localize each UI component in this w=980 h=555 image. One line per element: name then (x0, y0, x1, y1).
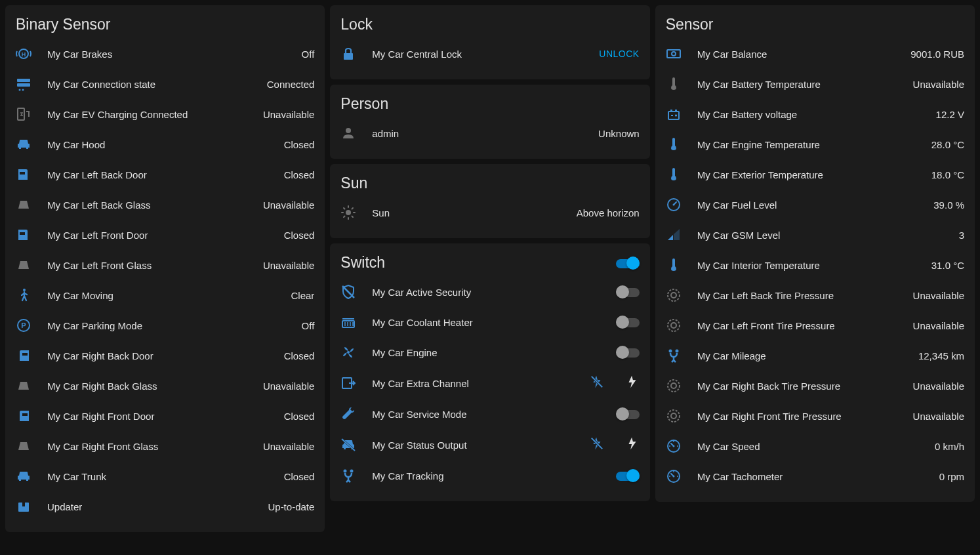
entity-row[interactable]: My Car Status Output (330, 429, 649, 461)
unlock-button[interactable]: UNLOCK (599, 49, 639, 59)
speed-icon (666, 468, 682, 484)
gauge-icon (666, 197, 682, 213)
entity-value: Connected (267, 79, 315, 90)
entity-row[interactable]: My Car Engine Temperature28.0 °C (655, 129, 975, 159)
flash-off-icon[interactable] (590, 436, 604, 453)
entity-row[interactable]: My Car Right Front GlassUnavailable (5, 431, 325, 461)
entity-row[interactable]: My Car Tachometer0 rpm (655, 461, 975, 491)
entity-row[interactable]: My Car Extra Channel (330, 367, 649, 399)
toggle-switch[interactable] (616, 285, 640, 298)
car-icon (16, 136, 31, 152)
entity-row[interactable]: My Car HoodClosed (5, 129, 325, 159)
entity-row[interactable]: My Car Parking ModeOff (5, 310, 325, 340)
entity-label: My Car Left Front Door (47, 230, 284, 241)
entity-value: 18.0 °C (931, 169, 964, 180)
sun-card: Sun SunAbove horizon (330, 164, 649, 238)
entity-row[interactable]: My Car Left Front Tire PressureUnavailab… (655, 310, 975, 340)
entity-value: 9001.0 RUB (910, 49, 964, 60)
entity-row[interactable]: My Car Battery TemperatureUnavailable (655, 69, 975, 99)
thermometer-icon (666, 167, 682, 182)
entity-value: Unavailable (263, 380, 314, 392)
entity-label: My Car Battery voltage (697, 109, 936, 120)
entity-label: My Car Left Front Tire Pressure (697, 320, 913, 331)
sun-title: Sun (330, 175, 649, 197)
entity-row[interactable]: My Car Right Front Tire PressureUnavaila… (655, 401, 975, 431)
entity-label: Sun (372, 207, 576, 218)
entity-row[interactable]: My Car MovingClear (5, 280, 325, 310)
entity-row[interactable]: My Car Engine (330, 337, 649, 367)
entity-row[interactable]: My Car TrunkClosed (5, 461, 325, 491)
entity-value: Off (302, 320, 315, 331)
entity-label: My Car Parking Mode (47, 320, 302, 331)
switch-master-toggle[interactable] (616, 257, 640, 270)
flash-icon[interactable] (625, 375, 640, 392)
entity-row[interactable]: My Car GSM Level3 (655, 220, 975, 250)
toggle-switch[interactable] (616, 346, 640, 359)
glass-icon (16, 197, 31, 213)
entity-value: Clear (291, 290, 314, 301)
entity-row[interactable]: My Car Balance9001.0 RUB (655, 39, 975, 69)
sensor-card: Sensor My Car Balance9001.0 RUBMy Car Ba… (655, 5, 975, 502)
entity-row[interactable]: My Car Fuel Level39.0 % (655, 190, 975, 220)
entity-label: My Car Interior Temperature (697, 260, 931, 271)
entity-row[interactable]: My Car Active Security (330, 277, 649, 307)
column-middle: Lock My Car Central LockUNLOCK Person ad… (330, 5, 649, 532)
entity-row[interactable]: My Car Connection stateConnected (5, 69, 325, 99)
car-off-icon (340, 437, 356, 453)
entity-label: My Car Left Back Tire Pressure (697, 290, 913, 301)
entity-label: My Car Extra Channel (372, 378, 589, 389)
entity-row[interactable]: My Car Coolant Heater (330, 307, 649, 337)
entity-label: My Car Tracking (372, 470, 615, 482)
entity-row[interactable]: SunAbove horizon (330, 197, 649, 228)
entity-value: 0 rpm (939, 471, 964, 482)
entity-row[interactable]: My Car Mileage12,345 km (655, 340, 975, 371)
toggle-switch[interactable] (616, 407, 640, 421)
entity-row[interactable]: My Car Left Back Tire PressureUnavailabl… (655, 280, 975, 310)
entity-value: 28.0 °C (931, 139, 964, 150)
entity-row[interactable]: My Car Tracking (330, 461, 649, 491)
toggle-switch[interactable] (616, 316, 640, 329)
entity-label: My Car Central Lock (372, 49, 599, 60)
entity-row[interactable]: My Car Service Mode (330, 399, 649, 429)
entity-row[interactable]: My Car Battery voltage12.2 V (655, 99, 975, 129)
entity-value: Unavailable (263, 199, 314, 211)
fan-icon (340, 344, 356, 360)
entity-label: My Car Engine Temperature (697, 139, 931, 150)
entity-label: My Car Balance (697, 49, 911, 60)
entity-value: 0 km/h (935, 441, 964, 452)
entity-row[interactable]: My Car Left Front DoorClosed (5, 220, 325, 250)
flash-off-icon[interactable] (590, 375, 604, 392)
radiator-icon (340, 314, 356, 330)
entity-row[interactable]: My Car Speed0 km/h (655, 431, 975, 461)
tire-icon (666, 408, 682, 424)
export-icon (340, 375, 356, 391)
flash-icon[interactable] (625, 436, 640, 453)
entity-row[interactable]: My Car Interior Temperature31.0 °C (655, 250, 975, 280)
entity-value: 3 (959, 230, 964, 241)
entity-row[interactable]: My Car Left Back DoorClosed (5, 159, 325, 190)
entity-label: My Car Battery Temperature (697, 79, 913, 90)
entity-row[interactable]: My Car BrakesOff (5, 39, 325, 69)
entity-row[interactable]: My Car Right Back Tire PressureUnavailab… (655, 371, 975, 401)
switch-header: Switch (330, 254, 649, 277)
entity-row[interactable]: adminUnknown (330, 118, 649, 148)
switch-title: Switch (340, 254, 385, 272)
entity-row[interactable]: My Car Exterior Temperature18.0 °C (655, 159, 975, 190)
switch-card: Switch My Car Active SecurityMy Car Cool… (330, 243, 649, 501)
entity-label: Updater (47, 501, 268, 512)
wrench-icon (340, 406, 356, 422)
entity-row[interactable]: My Car Left Front GlassUnavailable (5, 250, 325, 280)
entity-row[interactable]: UpdaterUp-to-date (5, 491, 325, 522)
entity-label: My Car Active Security (372, 287, 615, 298)
entity-row[interactable]: My Car Right Back DoorClosed (5, 340, 325, 371)
thermometer-icon (666, 136, 682, 152)
lock-title: Lock (330, 16, 649, 39)
toggle-switch[interactable] (616, 469, 640, 482)
entity-row[interactable]: My Car Right Back GlassUnavailable (5, 371, 325, 401)
entity-row[interactable]: My Car Right Front DoorClosed (5, 401, 325, 431)
entity-row[interactable]: My Car EV Charging ConnectedUnavailable (5, 99, 325, 129)
entity-row[interactable]: My Car Central LockUNLOCK (330, 39, 649, 69)
entity-label: My Car Right Front Tire Pressure (697, 411, 913, 422)
entity-label: My Car Exterior Temperature (697, 169, 931, 180)
entity-row[interactable]: My Car Left Back GlassUnavailable (5, 190, 325, 220)
